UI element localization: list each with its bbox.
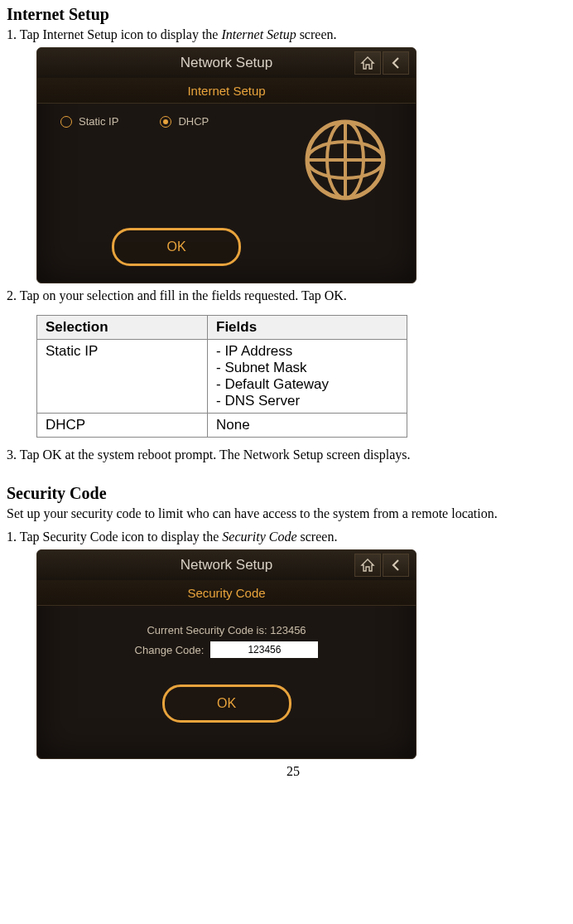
ok-button[interactable]: OK [112, 228, 241, 266]
section-heading: Security Code [7, 484, 573, 503]
screen-subtitle: Security Code [37, 580, 416, 606]
table-row: DHCP None [37, 414, 407, 438]
table-header: Selection [37, 316, 208, 340]
home-icon[interactable] [354, 51, 381, 75]
code-input[interactable]: 123456 [210, 641, 318, 658]
step-text: Tap on your selection and fill in the fi… [20, 288, 347, 302]
back-icon[interactable] [383, 554, 409, 577]
step-number: 2. [7, 288, 17, 302]
step-number: 3. [7, 447, 17, 462]
step-text: Tap Internet Setup icon to display the I… [20, 27, 337, 41]
screen-title: Network Setup [181, 557, 273, 573]
step-text: Tap OK at the system reboot prompt. The … [20, 447, 411, 462]
step-text: Tap Security Code icon to display the Se… [20, 530, 338, 544]
current-code-label: Current Security Code is: 123456 [37, 624, 416, 636]
intro-text: Set up your security code to limit who c… [7, 506, 573, 521]
radio-icon [160, 116, 171, 128]
radio-dhcp[interactable]: DHCP [160, 115, 209, 128]
radio-icon [60, 116, 72, 128]
table-row: Static IP - IP Address - Subnet Mask - D… [37, 340, 407, 414]
change-code-label: Change Code: [135, 644, 205, 656]
screen-subtitle: Internet Setup [37, 78, 416, 104]
step-number: 1. [7, 27, 17, 41]
globe-icon [300, 114, 391, 209]
table-header: Fields [208, 316, 407, 340]
page-number: 25 [7, 764, 573, 779]
step-number: 1. [7, 530, 17, 544]
radio-static-ip[interactable]: Static IP [60, 115, 118, 128]
ok-button[interactable]: OK [162, 685, 291, 723]
back-icon[interactable] [383, 51, 409, 75]
home-icon[interactable] [354, 554, 381, 577]
security-code-screenshot: Network Setup Security Code Current Secu… [36, 549, 417, 759]
section-heading: Internet Setup [7, 5, 573, 24]
internet-setup-screenshot: Network Setup Internet Setup Static IP D… [36, 47, 417, 283]
screen-title: Network Setup [181, 55, 273, 71]
fields-table: Selection Fields Static IP - IP Address … [36, 315, 407, 438]
